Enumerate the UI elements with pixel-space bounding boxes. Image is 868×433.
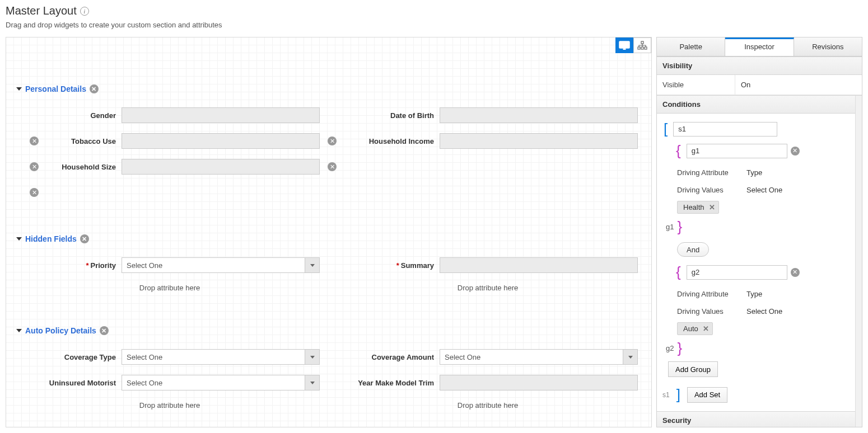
canvas-scroll[interactable]: Personal Details ✕ Gender Date of Birth … bbox=[6, 37, 651, 427]
hierarchy-view-button[interactable] bbox=[633, 37, 651, 53]
section-header-hidden[interactable]: Hidden Fields ✕ bbox=[16, 234, 641, 243]
section-auto-policy: Auto Policy Details ✕ Coverage Type Sele… bbox=[16, 326, 641, 415]
panel-tabs: Palette Inspector Revisions bbox=[657, 37, 862, 57]
field-label: Coverage Type bbox=[16, 353, 122, 361]
tab-palette[interactable]: Palette bbox=[657, 37, 725, 56]
device-preview-button[interactable] bbox=[615, 37, 633, 53]
delete-section-button[interactable]: ✕ bbox=[90, 84, 99, 93]
group-row-g2: { ✕ bbox=[661, 263, 857, 281]
group-body-g2: Driving Attribute Type Driving Values Se… bbox=[661, 285, 857, 340]
tab-inspector[interactable]: Inspector bbox=[725, 37, 794, 56]
delete-group-button[interactable]: ✕ bbox=[791, 268, 800, 277]
scrollbar[interactable] bbox=[855, 96, 862, 427]
field-date-of-birth[interactable]: Date of Birth bbox=[334, 102, 641, 128]
coverage-amount-select[interactable]: Select One bbox=[440, 349, 638, 365]
chip-label: Health bbox=[683, 203, 704, 211]
field-input[interactable] bbox=[122, 159, 320, 175]
accordion-conditions[interactable]: Conditions bbox=[657, 95, 862, 114]
visibility-visible-row: Visible On bbox=[657, 75, 862, 95]
group-id-input[interactable] bbox=[687, 265, 787, 280]
value-chip-auto[interactable]: Auto ✕ bbox=[677, 322, 713, 335]
svg-rect-4 bbox=[641, 47, 643, 49]
section-header-personal[interactable]: Personal Details ✕ bbox=[16, 84, 641, 93]
chevron-down-icon bbox=[623, 350, 637, 364]
field-coverage-amount[interactable]: Coverage Amount Select One bbox=[334, 344, 641, 370]
driving-values-value[interactable]: Select One bbox=[746, 186, 857, 194]
info-icon[interactable]: i bbox=[80, 7, 89, 16]
field-gender[interactable]: Gender bbox=[16, 102, 323, 128]
panel-body[interactable]: Visibility Visible On Conditions [ { ✕ bbox=[657, 57, 862, 427]
set-close-row: s1 ] Add Set bbox=[661, 386, 857, 403]
delete-section-button[interactable]: ✕ bbox=[100, 326, 109, 335]
field-household-size[interactable]: ✕ Household Size bbox=[16, 154, 323, 180]
section-header-auto[interactable]: Auto Policy Details ✕ bbox=[16, 326, 641, 335]
delete-row-button[interactable]: ✕ bbox=[30, 188, 39, 197]
accordion-security[interactable]: Security bbox=[657, 411, 862, 427]
driving-values-label: Driving Values bbox=[677, 307, 746, 316]
svg-rect-3 bbox=[638, 47, 640, 49]
field-household-income[interactable]: ✕ Household Income bbox=[334, 128, 641, 154]
delete-row-button[interactable]: ✕ bbox=[328, 137, 337, 145]
drop-attribute-zone[interactable]: Drop attribute here bbox=[334, 396, 641, 415]
canvas-toolbar bbox=[615, 37, 651, 53]
driving-attribute-value[interactable]: Type bbox=[746, 168, 857, 177]
svg-rect-1 bbox=[623, 49, 626, 50]
delete-row-button[interactable]: ✕ bbox=[30, 162, 39, 171]
priority-select[interactable]: Select One bbox=[122, 257, 320, 273]
driving-attribute-value[interactable]: Type bbox=[746, 290, 857, 298]
field-input[interactable] bbox=[122, 107, 320, 123]
delete-row-button[interactable]: ✕ bbox=[30, 137, 39, 145]
visible-value[interactable]: On bbox=[735, 75, 862, 95]
tab-revisions[interactable]: Revisions bbox=[794, 37, 862, 56]
field-input[interactable] bbox=[440, 133, 638, 149]
drop-attribute-zone[interactable]: Drop attribute here bbox=[16, 396, 323, 415]
accordion-visibility[interactable]: Visibility bbox=[657, 57, 862, 75]
delete-row-button[interactable]: ✕ bbox=[328, 162, 337, 171]
brace-open-icon: { bbox=[674, 142, 683, 159]
right-panel: Palette Inspector Revisions Visibility V… bbox=[656, 37, 862, 427]
svg-rect-2 bbox=[641, 41, 643, 44]
field-label: Coverage Amount bbox=[334, 353, 440, 361]
field-label: Year Make Model Trim bbox=[334, 379, 440, 387]
field-input[interactable] bbox=[440, 375, 638, 390]
page-title: Master Layout i bbox=[6, 4, 862, 17]
set-row: [ bbox=[661, 120, 857, 138]
visible-label: Visible bbox=[657, 75, 735, 95]
add-set-button[interactable]: Add Set bbox=[687, 387, 727, 403]
close-icon[interactable]: ✕ bbox=[703, 324, 709, 333]
driving-values-label: Driving Values bbox=[677, 186, 746, 194]
field-priority[interactable]: *Priority Select One bbox=[16, 252, 323, 278]
chevron-down-icon bbox=[16, 329, 22, 332]
delete-group-button[interactable]: ✕ bbox=[791, 147, 800, 156]
driving-values-value[interactable]: Select One bbox=[746, 307, 857, 316]
select-value: Select One bbox=[440, 350, 623, 364]
drop-attribute-zone[interactable]: Drop attribute here bbox=[16, 278, 323, 297]
value-chip-health[interactable]: Health ✕ bbox=[677, 201, 719, 214]
field-input[interactable] bbox=[440, 107, 638, 123]
uninsured-motorist-select[interactable]: Select One bbox=[122, 375, 320, 390]
set-id-input[interactable] bbox=[673, 122, 777, 137]
close-icon[interactable]: ✕ bbox=[709, 203, 715, 211]
drop-attribute-zone[interactable]: Drop attribute here bbox=[334, 278, 641, 297]
workspace: Personal Details ✕ Gender Date of Birth … bbox=[0, 31, 868, 427]
field-uninsured-motorist[interactable]: Uninsured Motorist Select One bbox=[16, 370, 323, 396]
add-group-button[interactable]: Add Group bbox=[668, 361, 718, 377]
field-label: *Priority bbox=[16, 261, 122, 270]
page-subtitle: Drag and drop widgets to create your cus… bbox=[6, 21, 862, 29]
field-summary[interactable]: *Summary bbox=[334, 252, 641, 278]
field-year-make-model-trim[interactable]: Year Make Model Trim bbox=[334, 370, 641, 396]
field-input[interactable] bbox=[122, 133, 320, 149]
field-tobacco-use[interactable]: ✕ Tobacco Use bbox=[16, 128, 323, 154]
field-coverage-type[interactable]: Coverage Type Select One bbox=[16, 344, 323, 370]
field-label: *Summary bbox=[334, 261, 440, 270]
driving-attribute-label: Driving Attribute bbox=[677, 290, 746, 298]
logical-and-toggle[interactable]: And bbox=[677, 242, 709, 257]
page-title-text: Master Layout bbox=[6, 4, 77, 17]
coverage-type-select[interactable]: Select One bbox=[122, 349, 320, 365]
field-label: Gender bbox=[16, 111, 122, 120]
page-header: Master Layout i Drag and drop widgets to… bbox=[0, 0, 868, 31]
brace-close-icon: } bbox=[675, 218, 684, 236]
group-id-input[interactable] bbox=[687, 144, 787, 158]
delete-section-button[interactable]: ✕ bbox=[80, 234, 89, 243]
field-input[interactable] bbox=[440, 257, 638, 273]
